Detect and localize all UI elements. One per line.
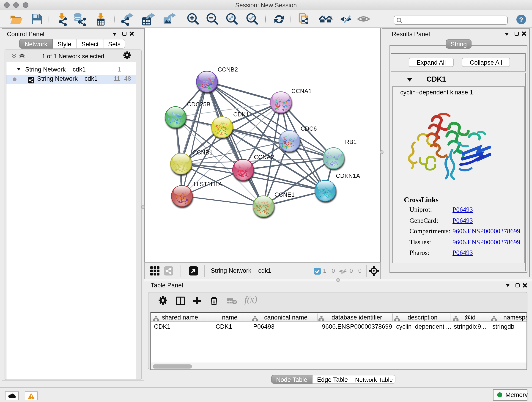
svg-text:CDC6: CDC6 — [301, 125, 317, 132]
svg-text:CDK1: CDK1 — [233, 111, 249, 118]
svg-text:CCNA1: CCNA1 — [291, 88, 312, 95]
svg-text:CCNB1: CCNB1 — [192, 149, 213, 156]
svg-text:CDKN1A: CDKN1A — [336, 172, 360, 179]
svg-text:HIST1H1A: HIST1H1A — [194, 181, 222, 187]
svg-text:RB1: RB1 — [345, 138, 357, 145]
svg-text:CCNE1: CCNE1 — [274, 191, 295, 198]
svg-text:CCNA2: CCNA2 — [254, 153, 274, 160]
svg-text:CCNB2: CCNB2 — [218, 66, 238, 73]
svg-text:CDC25B: CDC25B — [187, 101, 210, 108]
